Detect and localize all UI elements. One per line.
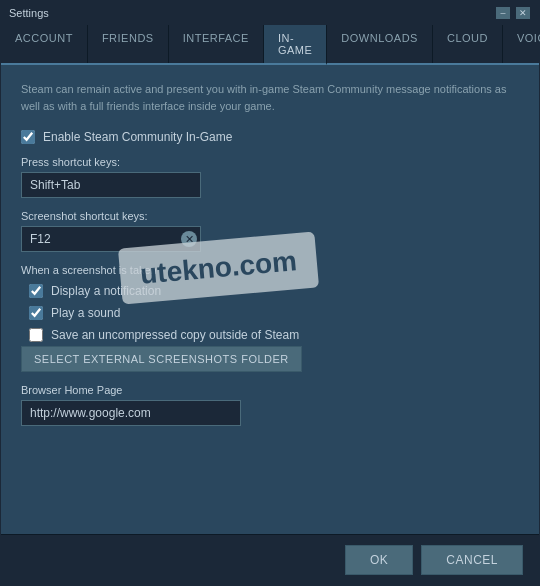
tab-cloud[interactable]: CLOUD: [433, 25, 503, 63]
save-uncompressed-row: Save an uncompressed copy outside of Ste…: [29, 328, 519, 342]
select-folder-button[interactable]: SELECT EXTERNAL SCREENSHOTS FOLDER: [21, 346, 302, 372]
screenshot-shortcut-label: Screenshot shortcut keys:: [21, 210, 519, 222]
ok-button[interactable]: OK: [345, 545, 413, 575]
play-sound-checkbox[interactable]: [29, 306, 43, 320]
screenshot-input-wrap: ✕: [21, 226, 201, 252]
display-notification-label[interactable]: Display a notification: [51, 284, 161, 298]
enable-in-game-checkbox[interactable]: [21, 130, 35, 144]
enable-in-game-row: Enable Steam Community In-Game: [21, 130, 519, 144]
tab-friends[interactable]: FRIENDS: [88, 25, 169, 63]
tab-account[interactable]: ACCOUNT: [1, 25, 88, 63]
main-content: Steam can remain active and present you …: [1, 65, 539, 534]
display-notification-row: Display a notification: [29, 284, 519, 298]
browser-home-label: Browser Home Page: [21, 384, 519, 396]
screenshot-shortcut-group: Screenshot shortcut keys: ✕: [21, 210, 519, 252]
save-uncompressed-checkbox[interactable]: [29, 328, 43, 342]
press-shortcut-input[interactable]: [21, 172, 201, 198]
tab-downloads[interactable]: DOWNLOADS: [327, 25, 433, 63]
display-notification-checkbox[interactable]: [29, 284, 43, 298]
window-title: Settings: [9, 7, 49, 19]
sub-options: Display a notification Play a sound Save…: [21, 280, 519, 342]
screenshot-shortcut-input[interactable]: [21, 226, 201, 252]
tab-bar: ACCOUNT FRIENDS INTERFACE IN-GAME DOWNLO…: [1, 25, 539, 65]
title-bar-controls: – ✕: [495, 6, 531, 20]
browser-home-group: Browser Home Page: [21, 384, 519, 426]
tab-interface[interactable]: INTERFACE: [169, 25, 264, 63]
cancel-button[interactable]: CANCEL: [421, 545, 523, 575]
save-uncompressed-label[interactable]: Save an uncompressed copy outside of Ste…: [51, 328, 299, 342]
press-shortcut-group: Press shortcut keys:: [21, 156, 519, 198]
minimize-button[interactable]: –: [495, 6, 511, 20]
tab-in-game[interactable]: IN-GAME: [264, 25, 327, 65]
play-sound-row: Play a sound: [29, 306, 519, 320]
screenshot-options-group: When a screenshot is taken Display a not…: [21, 264, 519, 372]
title-bar: Settings – ✕: [1, 1, 539, 25]
close-button[interactable]: ✕: [515, 6, 531, 20]
when-screenshot-label: When a screenshot is taken: [21, 264, 519, 276]
press-shortcut-label: Press shortcut keys:: [21, 156, 519, 168]
description-text: Steam can remain active and present you …: [21, 81, 519, 114]
footer: OK CANCEL: [1, 534, 539, 585]
browser-home-input[interactable]: [21, 400, 241, 426]
play-sound-label[interactable]: Play a sound: [51, 306, 120, 320]
enable-in-game-label[interactable]: Enable Steam Community In-Game: [43, 130, 232, 144]
tab-voice[interactable]: VOICE: [503, 25, 540, 63]
clear-screenshot-button[interactable]: ✕: [181, 231, 197, 247]
